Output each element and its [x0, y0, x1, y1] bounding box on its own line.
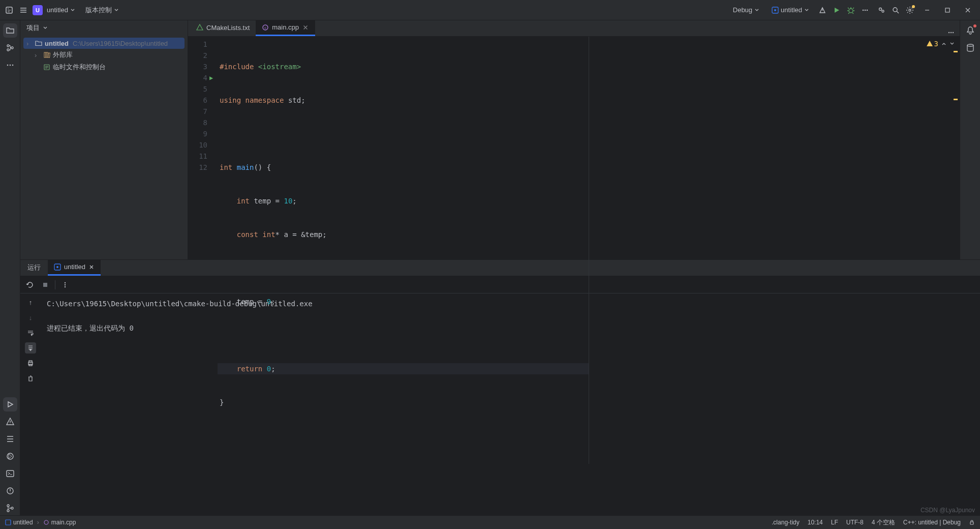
chevron-right-icon[interactable]: ›	[35, 51, 41, 59]
vcs-selector[interactable]: 版本控制	[85, 6, 119, 15]
statusbar-breadcrumb[interactable]: untitled › main.cpp	[5, 519, 76, 526]
maximize-button[interactable]	[939, 4, 956, 16]
error-stripe	[589, 37, 960, 464]
close-icon[interactable]	[88, 264, 95, 270]
chevron-up-icon[interactable]	[941, 41, 946, 46]
svg-point-15	[7, 65, 8, 66]
scroll-to-end-icon[interactable]	[25, 342, 36, 354]
project-tool-icon[interactable]	[3, 23, 17, 38]
sb-clang-tidy[interactable]: .clang-tidy	[772, 519, 800, 526]
rerun-icon[interactable]	[24, 279, 36, 290]
messages-tool-icon[interactable]	[3, 484, 17, 498]
sb-encoding[interactable]: UTF-8	[846, 519, 864, 526]
debug-icon[interactable]	[846, 5, 856, 15]
tab-main-cpp[interactable]: c main.cpp	[256, 20, 315, 36]
line-number: 1	[188, 39, 207, 50]
sb-file: main.cpp	[51, 519, 76, 526]
warning-marker[interactable]	[954, 99, 958, 100]
tab-label: CMakeLists.txt	[206, 24, 250, 32]
tree-root[interactable]: › untitled C:\Users\19615\Desktop\untitl…	[23, 38, 185, 49]
svg-point-23	[11, 507, 13, 509]
more-run-icon[interactable]	[860, 5, 870, 15]
vcs-tool-icon[interactable]	[3, 501, 17, 515]
close-icon[interactable]	[302, 24, 309, 31]
run-config-label: untitled	[781, 6, 802, 14]
folder-icon	[35, 39, 43, 47]
run-tool-icon[interactable]	[3, 397, 17, 412]
watermark: CSDN @LyaJpunov	[921, 507, 975, 514]
run-icon[interactable]	[832, 5, 842, 15]
notifications-icon[interactable]	[963, 23, 977, 38]
build-type-selector[interactable]: Debug	[729, 4, 763, 16]
minimize-button[interactable]	[919, 4, 935, 16]
print-icon[interactable]	[25, 358, 36, 369]
svg-point-31	[951, 32, 952, 33]
hamburger-icon[interactable]	[18, 5, 28, 15]
settings-icon[interactable]	[905, 5, 915, 15]
run-config-selector[interactable]: untitled	[768, 4, 813, 16]
sb-cursor-pos[interactable]: 10:14	[808, 519, 823, 526]
more-options-icon[interactable]	[59, 279, 71, 290]
line-number: 7	[188, 106, 207, 117]
left-tool-strip	[0, 20, 20, 515]
svg-point-9	[893, 8, 897, 12]
todo-tool-icon[interactable]	[3, 432, 17, 446]
svg-point-16	[9, 65, 11, 66]
svg-point-32	[953, 32, 954, 33]
scroll-up-icon[interactable]: ↑	[25, 297, 36, 308]
sb-indent[interactable]: 4 个空格	[872, 518, 895, 527]
right-tool-strip	[960, 20, 980, 259]
database-tool-icon[interactable]	[963, 41, 977, 55]
run-line-icon[interactable]: ▶	[209, 72, 213, 83]
svg-rect-11	[945, 8, 950, 12]
tab-cmakelists[interactable]: CMakeLists.txt	[190, 20, 256, 36]
services-tool-icon[interactable]	[3, 449, 17, 463]
clear-icon[interactable]	[25, 373, 36, 384]
scroll-down-icon[interactable]: ↓	[25, 312, 36, 323]
project-name-label: untitled	[47, 6, 68, 14]
stop-icon[interactable]	[40, 279, 51, 290]
warning-marker[interactable]	[954, 51, 958, 52]
sb-cmake-profile[interactable]: C++: untitled | Debug	[903, 519, 961, 526]
svg-point-6	[867, 9, 868, 11]
warning-badge[interactable]: 3	[926, 40, 938, 48]
tree-scratches[interactable]: › 临时文件和控制台	[32, 61, 185, 73]
chevron-right-icon[interactable]: ›	[26, 40, 33, 47]
sb-lock-icon[interactable]	[969, 519, 975, 525]
tree-external-libs[interactable]: › 外部库	[32, 49, 185, 61]
terminal-tool-icon[interactable]	[3, 466, 17, 481]
line-number: 5	[188, 83, 207, 95]
inspection-widget[interactable]: 3	[926, 40, 955, 48]
close-button[interactable]	[960, 4, 976, 16]
more-tools-icon[interactable]	[3, 58, 17, 72]
structure-tool-icon[interactable]	[3, 41, 17, 55]
project-panel: 项目 › untitled C:\Users\19615\Desktop\unt…	[20, 20, 188, 259]
problems-tool-icon[interactable]	[3, 415, 17, 429]
soft-wrap-icon[interactable]	[25, 327, 36, 338]
sb-line-sep[interactable]: LF	[831, 519, 838, 526]
svg-rect-36	[43, 283, 47, 287]
line-number: 6	[188, 95, 207, 106]
build-icon[interactable]	[817, 5, 828, 15]
svg-rect-25	[46, 52, 48, 57]
code-with-me-icon[interactable]	[876, 5, 886, 15]
output-line: 进程已结束，退出代码为 0	[47, 324, 134, 332]
svg-point-4	[863, 9, 864, 11]
svg-point-35	[56, 266, 58, 268]
main-menu-icon[interactable]	[4, 5, 14, 15]
search-icon[interactable]	[891, 5, 901, 15]
svg-rect-26	[48, 53, 50, 57]
code-editor[interactable]: 1 2 3 4▶ 5 6 7 8 9 10 11 12 #inclu	[188, 37, 960, 464]
svg-point-30	[948, 32, 950, 33]
chevron-down-icon[interactable]	[950, 41, 955, 46]
tree-scratches-label: 临时文件和控制台	[53, 63, 106, 72]
code-content[interactable]: #include <iostream> using namespace std;…	[218, 37, 589, 464]
chevron-down-icon	[43, 25, 48, 31]
project-panel-header[interactable]: 项目	[20, 20, 188, 36]
run-config-tab[interactable]: untitled	[48, 259, 101, 276]
svg-rect-43	[6, 520, 11, 525]
cpp-file-icon: c	[262, 24, 269, 31]
tabs-more-icon[interactable]	[942, 29, 960, 36]
project-selector[interactable]: untitled	[47, 6, 75, 14]
svg-point-33	[967, 44, 973, 46]
